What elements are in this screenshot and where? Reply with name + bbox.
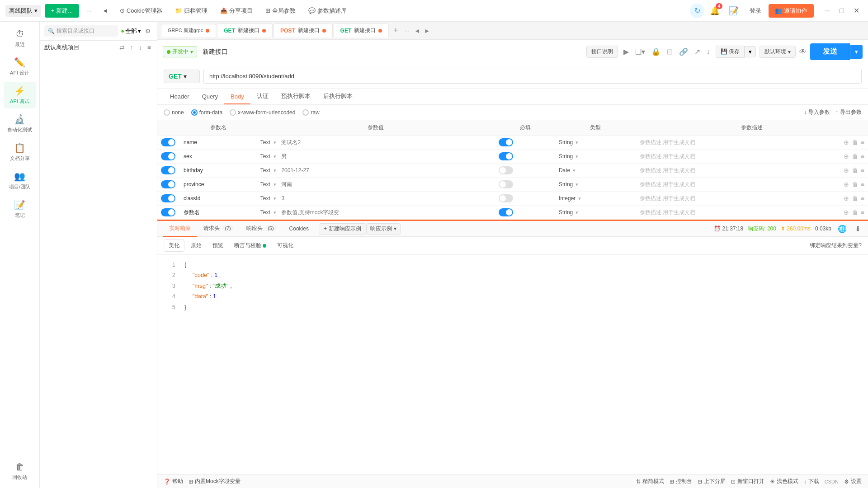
mock-button[interactable]: ⊞ 内置Mock字段变量 xyxy=(189,478,241,485)
param-drag-0[interactable]: ≡ xyxy=(861,139,864,146)
nav-share[interactable]: 📤 分享项目 xyxy=(216,5,257,17)
tab-nav-left[interactable]: ◄ xyxy=(412,27,422,34)
param-toggle-4[interactable] xyxy=(161,194,175,202)
param-drag-4[interactable]: ≡ xyxy=(861,195,864,202)
sidebar-item-recent[interactable]: ⏱ 最近 xyxy=(4,25,36,52)
search-box[interactable]: 🔍 搜索目录或接口 xyxy=(44,25,118,37)
tab-more-button[interactable]: ··· xyxy=(402,27,412,34)
body-option-form-data[interactable]: form-data xyxy=(191,109,222,116)
interface-name-input[interactable] xyxy=(201,47,583,57)
more-button[interactable]: ··· xyxy=(83,5,95,16)
tab-post1[interactable]: POST 新建接口 xyxy=(274,23,333,38)
json-tab-beautify[interactable]: 美化 xyxy=(164,239,184,252)
nav-param-desc[interactable]: 💬 参数描述库 xyxy=(304,5,351,17)
add-interface-button[interactable]: ⇄ xyxy=(118,42,126,52)
json-tab-preview[interactable]: 预览 xyxy=(208,240,228,251)
note-button[interactable]: 📝 xyxy=(725,4,742,18)
tab-grpc[interactable]: GRPC 新建grpc xyxy=(161,24,216,37)
sync-button[interactable]: ↻ xyxy=(690,4,704,18)
param-copy-2[interactable]: ⊕ xyxy=(844,167,849,174)
param-tab-query[interactable]: Query xyxy=(196,89,224,104)
param-tab-auth[interactable]: 认证 xyxy=(250,89,275,105)
nav-archive[interactable]: 📁 归档管理 xyxy=(170,5,212,17)
param-required-1[interactable] xyxy=(499,152,513,160)
settings-button[interactable]: ⚙ 设置 xyxy=(844,478,862,485)
interface-doc-button[interactable]: 接口说明 xyxy=(586,46,618,58)
back-button[interactable]: ◄ xyxy=(99,5,112,16)
nav-global-params[interactable]: ⊞ 全局参数 xyxy=(261,5,300,17)
param-drag-1[interactable]: ≡ xyxy=(861,153,864,160)
new-example-button[interactable]: + 新建响应示例 xyxy=(319,223,366,235)
param-drag-2[interactable]: ≡ xyxy=(861,167,864,174)
close-button[interactable]: ✕ xyxy=(850,5,863,17)
param-delete-0[interactable]: 🗑 xyxy=(852,139,858,146)
param-required-3[interactable] xyxy=(499,180,513,188)
method-select[interactable]: GET ▾ xyxy=(164,70,200,83)
simple-mode-button[interactable]: ⇅ 精简模式 xyxy=(636,478,664,485)
url-input[interactable] xyxy=(203,69,862,84)
theme-button[interactable]: ☀ 浅色模式 xyxy=(770,478,798,485)
param-tab-pre-script[interactable]: 预执行脚本 xyxy=(275,89,317,105)
send-dropdown[interactable]: ▾ xyxy=(850,45,863,59)
resp-tab-cookies[interactable]: Cookies xyxy=(283,222,315,236)
run-button[interactable]: ▶ xyxy=(622,47,631,57)
param-copy-1[interactable]: ⊕ xyxy=(844,153,849,160)
param-delete-1[interactable]: 🗑 xyxy=(852,153,858,160)
save-dropdown[interactable]: ▾ xyxy=(745,46,756,57)
param-drag-5[interactable]: ≡ xyxy=(861,209,864,216)
resp-tab-request[interactable]: 请求头 (7) xyxy=(197,221,240,237)
example-selector[interactable]: 响应示例 ▾ xyxy=(366,223,401,235)
bind-result-button[interactable]: 绑定响应结果到变量? xyxy=(810,242,862,249)
split-screen-button[interactable]: ⊟ 上下分屏 xyxy=(698,478,726,485)
import-button[interactable]: ↑ xyxy=(129,42,135,52)
tab-get1[interactable]: GET 新建接口 xyxy=(217,23,273,38)
download2-button[interactable]: ↓ xyxy=(705,47,712,57)
tab-add-button[interactable]: + xyxy=(390,26,402,35)
duplicate-button[interactable]: ⊡ xyxy=(665,47,675,57)
resp-globe-button[interactable]: 🌐 xyxy=(836,224,849,234)
param-required-0[interactable] xyxy=(499,138,513,146)
send-button[interactable]: 发送 xyxy=(810,43,850,60)
share-button[interactable]: 🔗 xyxy=(677,47,690,57)
json-tab-assert[interactable]: 断言与校验 xyxy=(230,240,271,251)
param-tab-body[interactable]: Body xyxy=(224,89,250,104)
resp-tab-realtime[interactable]: 实时响应 xyxy=(163,221,197,237)
env-selector[interactable]: 默认环境 ▾ xyxy=(760,46,796,58)
list-view-button[interactable]: ≡ xyxy=(146,42,152,52)
body-option-none[interactable]: none xyxy=(164,109,184,116)
param-copy-0[interactable]: ⊕ xyxy=(844,139,849,146)
notification-button[interactable]: 🔔 4 xyxy=(708,4,722,18)
body-option-raw[interactable]: raw xyxy=(302,109,319,116)
save-copy-button[interactable]: ❑▾ xyxy=(633,47,647,57)
param-required-4[interactable] xyxy=(499,194,513,202)
param-required-2[interactable] xyxy=(499,166,513,174)
param-copy-5[interactable]: ⊕ xyxy=(844,209,849,216)
invite-button[interactable]: 👥 邀请协作 xyxy=(769,4,814,18)
param-delete-4[interactable]: 🗑 xyxy=(852,195,858,202)
tab-nav-right[interactable]: ► xyxy=(422,27,432,34)
json-tab-visual[interactable]: 可视化 xyxy=(273,240,298,251)
param-delete-3[interactable]: 🗑 xyxy=(852,181,858,188)
param-tab-header[interactable]: Header xyxy=(164,89,196,104)
param-delete-5[interactable]: 🗑 xyxy=(852,209,858,216)
new-window-button[interactable]: ⊡ 新窗口打开 xyxy=(731,478,764,485)
tab-get2[interactable]: GET 新建接口 xyxy=(334,23,389,38)
minimize-button[interactable]: ─ xyxy=(821,5,834,17)
param-tab-post-script[interactable]: 后执行脚本 xyxy=(317,89,359,105)
sidebar-item-recycle[interactable]: 🗑 回收站 xyxy=(4,458,36,484)
param-toggle-0[interactable] xyxy=(161,138,175,146)
login-button[interactable]: 登录 xyxy=(746,5,765,17)
param-drag-3[interactable]: ≡ xyxy=(861,181,864,188)
sidebar-item-doc-share[interactable]: 📋 文档分享 xyxy=(4,139,36,165)
param-copy-4[interactable]: ⊕ xyxy=(844,195,849,202)
export-params-button[interactable]: ↑ 导出参数 xyxy=(835,108,862,116)
json-tab-raw[interactable]: 原始 xyxy=(186,240,206,251)
nav-cookie[interactable]: ⊙ Cookie管理器 xyxy=(115,5,167,17)
team-selector[interactable]: 离线团队 ▾ xyxy=(5,5,41,17)
param-required-5[interactable] xyxy=(499,208,513,216)
param-copy-3[interactable]: ⊕ xyxy=(844,181,849,188)
sidebar-item-api-test[interactable]: ⚡ API 调试 xyxy=(4,82,36,108)
param-toggle-2[interactable] xyxy=(161,166,175,174)
settings-icon-btn[interactable]: ⚙ xyxy=(144,26,152,36)
param-toggle-5[interactable] xyxy=(161,208,175,216)
